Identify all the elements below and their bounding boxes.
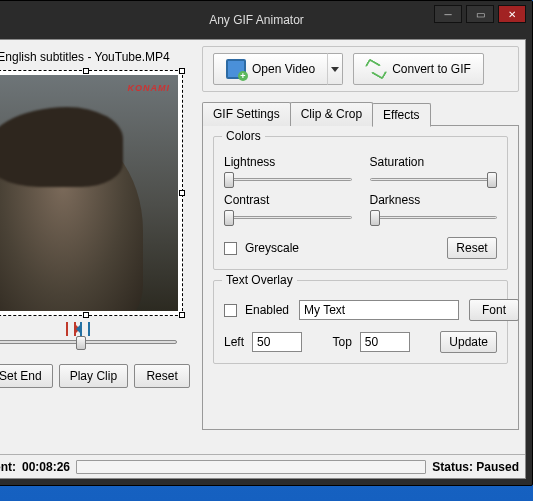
- lightness-label: Lightness: [224, 155, 352, 169]
- update-button[interactable]: Update: [440, 331, 497, 353]
- crop-handle-e[interactable]: [179, 190, 185, 196]
- top-actions: Open Video Convert to GIF: [202, 46, 519, 92]
- darkness-label: Darkness: [370, 193, 498, 207]
- close-button[interactable]: ✕: [498, 5, 526, 23]
- tab-strip: GIF Settings Clip & Crop Effects: [202, 102, 519, 126]
- progress-bar: [76, 460, 426, 474]
- reset-colors-button[interactable]: Reset: [447, 237, 497, 259]
- current-time: 00:08:26: [22, 460, 70, 474]
- tab-container: GIF Settings Clip & Crop Effects Colors …: [202, 102, 519, 430]
- video-preview[interactable]: KONAMI: [0, 75, 178, 311]
- crop-selection[interactable]: KONAMI: [0, 70, 183, 316]
- contrast-label: Contrast: [224, 193, 352, 207]
- app-window: Any GIF Animator ─ ▭ ✕ - English subtitl…: [0, 0, 533, 486]
- greyscale-checkbox-row[interactable]: Greyscale: [224, 241, 299, 255]
- contrast-slider[interactable]: [224, 209, 352, 225]
- maximize-button[interactable]: ▭: [466, 5, 494, 23]
- greyscale-label: Greyscale: [245, 241, 299, 255]
- tab-clip-crop[interactable]: Clip & Crop: [290, 102, 373, 126]
- filename-label: - English subtitles - YouTube.MP4: [0, 50, 170, 64]
- client-area: - English subtitles - YouTube.MP4 KONAMI: [0, 39, 526, 479]
- clip-end-marker-icon[interactable]: [80, 322, 90, 336]
- overlay-enabled-row[interactable]: Enabled: [224, 303, 289, 317]
- overlay-left-input[interactable]: [252, 332, 302, 352]
- set-end-button[interactable]: Set End: [0, 364, 53, 388]
- timeline-thumb[interactable]: [76, 336, 86, 350]
- overlay-top-input[interactable]: [360, 332, 410, 352]
- convert-icon: [366, 59, 386, 79]
- overlay-top-label: Top: [332, 335, 351, 349]
- play-clip-button[interactable]: Play Clip: [59, 364, 128, 388]
- darkness-slider[interactable]: [370, 209, 498, 225]
- overlay-enabled-label: Enabled: [245, 303, 289, 317]
- statusbar: ent: 00:08:26 Status: Paused: [0, 454, 525, 478]
- titlebar[interactable]: Any GIF Animator ─ ▭ ✕: [0, 1, 532, 39]
- timeline-slider[interactable]: [0, 340, 183, 344]
- current-label: ent:: [0, 460, 16, 474]
- overlay-text-input[interactable]: [299, 300, 459, 320]
- colors-title: Colors: [222, 129, 265, 143]
- saturation-slider[interactable]: [370, 171, 498, 187]
- clip-buttons: Set End Play Clip Reset: [0, 364, 190, 388]
- greyscale-checkbox[interactable]: [224, 242, 237, 255]
- window-title: Any GIF Animator: [209, 13, 304, 27]
- text-overlay-group: Text Overlay Enabled Font Left Top: [213, 280, 508, 364]
- colors-group: Colors Lightness Saturation Contrast: [213, 136, 508, 270]
- film-plus-icon: [226, 59, 246, 79]
- status-label: Status:: [432, 460, 473, 474]
- convert-label: Convert to GIF: [392, 62, 471, 76]
- tab-gif-settings[interactable]: GIF Settings: [202, 102, 291, 126]
- open-video-dropdown[interactable]: [327, 53, 343, 85]
- tab-effects[interactable]: Effects: [372, 103, 430, 127]
- saturation-label: Saturation: [370, 155, 498, 169]
- crop-handle-se[interactable]: [179, 312, 185, 318]
- reset-clip-button[interactable]: Reset: [134, 364, 190, 388]
- video-preview-container: KONAMI: [0, 70, 183, 316]
- crop-handle-ne[interactable]: [179, 68, 185, 74]
- crop-handle-n[interactable]: [83, 68, 89, 74]
- status-value: Paused: [476, 460, 519, 474]
- crop-handle-s[interactable]: [83, 312, 89, 318]
- overlay-title: Text Overlay: [222, 273, 297, 287]
- chevron-down-icon: [331, 67, 339, 72]
- minimize-button[interactable]: ─: [434, 5, 462, 23]
- font-button[interactable]: Font: [469, 299, 519, 321]
- convert-button[interactable]: Convert to GIF: [353, 53, 484, 85]
- open-video-label: Open Video: [252, 62, 315, 76]
- watermark: KONAMI: [128, 83, 171, 93]
- tab-pane-effects: Colors Lightness Saturation Contrast: [202, 125, 519, 430]
- window-buttons: ─ ▭ ✕: [428, 1, 532, 27]
- overlay-enabled-checkbox[interactable]: [224, 304, 237, 317]
- overlay-left-label: Left: [224, 335, 244, 349]
- open-video-button[interactable]: Open Video: [213, 53, 328, 85]
- lightness-slider[interactable]: [224, 171, 352, 187]
